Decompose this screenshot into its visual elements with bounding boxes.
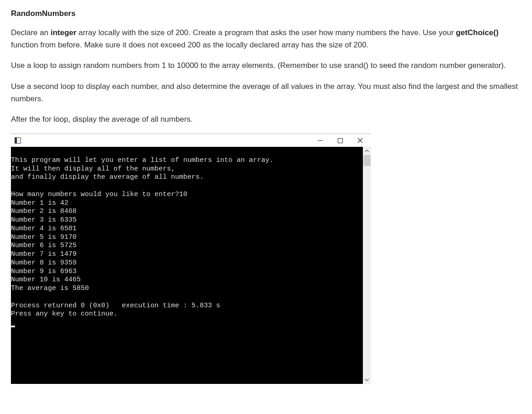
console-line: Number 1 is 42 [11, 199, 68, 207]
text: Declare an [11, 28, 51, 37]
console-line: This program will let you enter a list o… [11, 156, 274, 164]
scroll-thumb[interactable] [363, 155, 371, 166]
scrollbar[interactable] [363, 147, 371, 384]
scroll-down-arrow-icon[interactable] [363, 376, 371, 384]
app-icon [15, 137, 21, 144]
paragraph-4: After the for loop, display the average … [11, 113, 521, 125]
console-line: How many numbers would you like to enter… [11, 191, 187, 198]
scroll-up-arrow-icon[interactable] [363, 147, 371, 155]
bold-getchoice: getChoice() [456, 28, 499, 37]
console-line: Number 8 is 9359 [11, 259, 77, 267]
text: function from before. Make sure it does … [11, 41, 368, 49]
svg-rect-1 [338, 138, 342, 143]
console-line: Press any key to continue. [11, 310, 118, 318]
section-title: RandomNumbers [11, 9, 521, 18]
titlebar [11, 134, 371, 147]
maximize-button[interactable] [335, 136, 346, 145]
console-body-wrap: This program will let you enter a list o… [11, 147, 371, 384]
paragraph-3: Use a second loop to display each number… [11, 80, 521, 105]
window-controls [315, 136, 369, 145]
console-line: and finally display the average of all n… [11, 173, 204, 181]
maximize-icon [338, 138, 343, 143]
bold-integer: integer [51, 28, 77, 37]
scroll-top [363, 147, 371, 166]
console-line: Number 2 is 8468 [11, 207, 77, 215]
console-output: This program will let you enter a list o… [11, 147, 363, 384]
minimize-button[interactable] [315, 136, 325, 145]
console-line: The average is 5850 [11, 285, 89, 292]
console-line: Number 6 is 5725 [11, 242, 77, 249]
console-line: Number 9 is 6963 [11, 268, 77, 275]
console-line: It will then display all of the numbers, [11, 165, 175, 173]
text: array locally with the size of 200. Crea… [77, 28, 456, 37]
document-page: RandomNumbers Declare an integer array l… [0, 0, 532, 393]
console-line: Number 7 is 1479 [11, 250, 77, 258]
console-line: Number 5 is 9170 [11, 233, 77, 241]
console-line: Process returned 0 (0x0) execution time … [11, 302, 220, 310]
paragraph-1: Declare an integer array locally with th… [11, 26, 521, 51]
console-line: Number 10 is 4465 [11, 276, 81, 284]
console-window: This program will let you enter a list o… [11, 134, 371, 384]
console-line: Number 3 is 6335 [11, 216, 77, 224]
paragraph-2: Use a loop to assign random numbers from… [11, 59, 521, 72]
console-line: Number 4 is 6501 [11, 225, 77, 233]
close-button[interactable] [355, 136, 366, 145]
cursor-icon [11, 326, 15, 327]
minimize-icon [318, 138, 323, 143]
close-icon [357, 138, 363, 143]
